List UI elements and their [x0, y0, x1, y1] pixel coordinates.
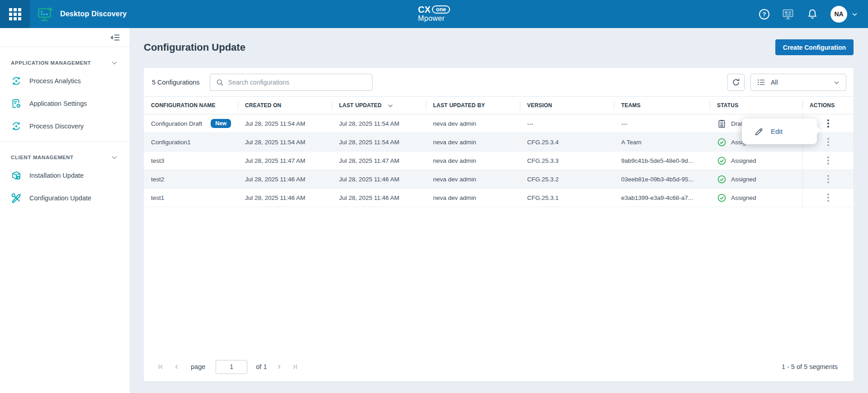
assigned-status-icon: [717, 175, 726, 184]
configurations-card: 5 Configurations: [144, 68, 854, 381]
presentation-icon[interactable]: [782, 8, 794, 20]
new-badge: New: [211, 119, 231, 128]
status-label: Assigned: [731, 194, 756, 201]
status-filter-dropdown[interactable]: All: [750, 74, 846, 91]
next-page-button[interactable]: [275, 363, 283, 370]
process-analytics-icon: [11, 76, 22, 86]
status-label: Assigned: [731, 157, 756, 164]
table-row: test1Jul 28, 2025 11:46 AMJul 28, 2025 1…: [144, 189, 854, 207]
last-updated-by-cell: neva dev admin: [426, 152, 520, 170]
created-on-cell: Jul 28, 2025 11:47 AM: [238, 152, 332, 170]
column-label: LAST UPDATED: [339, 102, 382, 109]
sidebar-item-application-settings[interactable]: Application Settings: [0, 92, 130, 115]
app-launcher-button[interactable]: [0, 0, 30, 28]
sidebar-item-label: Configuration Update: [29, 194, 91, 202]
configuration-name-cell: test2: [144, 170, 238, 188]
logo-cx-text: CX: [418, 5, 430, 14]
pagination-bar: page of 1 1 - 5 of 5 segments: [144, 357, 854, 377]
last-updated-by-cell: neva dev admin: [426, 133, 520, 151]
application-settings-icon: [11, 98, 22, 109]
user-menu[interactable]: NA: [830, 6, 858, 23]
table-toolbar: 5 Configurations: [144, 68, 854, 96]
configuration-name-cell: test1: [144, 189, 238, 207]
version-cell: CFG.25.3.2: [520, 170, 614, 188]
last-updated-by-cell: neva dev admin: [426, 170, 520, 188]
created-on-cell: Jul 28, 2025 11:46 AM: [238, 189, 332, 207]
first-page-button[interactable]: [157, 363, 165, 370]
row-actions-kebab-icon[interactable]: [824, 118, 833, 129]
chevron-down-icon: [111, 59, 118, 66]
sidebar-divider: [0, 141, 130, 142]
sidebar-section-client-management[interactable]: CLIENT MANAGEMENT: [0, 154, 130, 161]
status-cell: Assigned: [710, 152, 802, 170]
last-updated-cell: Jul 28, 2025 11:47 AM: [332, 152, 426, 170]
page-title: Configuration Update: [144, 42, 245, 53]
results-range-label: 1 - 5 of 5 segments: [782, 363, 838, 370]
filter-selected-value: All: [771, 79, 778, 86]
page-number-input[interactable]: [216, 360, 247, 374]
last-page-button[interactable]: [291, 363, 298, 370]
column-header-last-updated[interactable]: LAST UPDATED: [332, 97, 426, 114]
column-label: VERSION: [527, 102, 552, 109]
sidebar-item-label: Process Analytics: [29, 77, 81, 85]
dropdown-chevron-icon: [833, 79, 840, 86]
sidebar-item-process-analytics[interactable]: Process Analytics: [0, 70, 130, 92]
column-header-version[interactable]: VERSION: [520, 97, 614, 114]
sidebar-section-application-management[interactable]: APPLICATION MANAGEMENT: [0, 59, 130, 66]
help-icon[interactable]: ?: [759, 9, 769, 19]
configuration-update-icon: [11, 193, 22, 204]
configuration-name: Configuration Draft: [151, 120, 202, 127]
column-header-teams[interactable]: TEAMS: [614, 97, 710, 114]
create-configuration-button[interactable]: Create Configuration: [775, 39, 854, 55]
configuration-name: test3: [151, 157, 164, 164]
list-filter-icon: [757, 78, 766, 87]
teams-cell: e3ab1399-e3a9-4c68-a7...: [614, 189, 710, 207]
teams-cell: 03eeb81e-09b3-4b5d-95...: [614, 170, 710, 188]
column-header-created-on[interactable]: CREATED ON: [238, 97, 332, 114]
search-input[interactable]: [228, 79, 367, 86]
collapse-sidebar-button[interactable]: [110, 32, 121, 43]
column-label: STATUS: [717, 102, 738, 109]
table-row: test2Jul 28, 2025 11:46 AMJul 28, 2025 1…: [144, 170, 854, 189]
version-cell: CFG.25.3.4: [520, 133, 614, 151]
last-updated-cell: Jul 28, 2025 11:46 AM: [332, 170, 426, 188]
row-actions-kebab-icon[interactable]: [824, 192, 833, 204]
refresh-button[interactable]: [727, 74, 745, 91]
column-label: LAST UPDATED BY: [433, 102, 485, 109]
created-on-cell: Jul 28, 2025 11:54 AM: [238, 114, 332, 133]
column-header-last-updated-by[interactable]: LAST UPDATED BY: [426, 97, 520, 114]
actions-cell: [802, 189, 854, 207]
notifications-bell-icon[interactable]: [807, 8, 818, 20]
sidebar-item-label: Application Settings: [29, 100, 87, 107]
logo-one-bubble: one: [432, 5, 450, 14]
assigned-status-icon: [717, 193, 726, 203]
avatar: NA: [830, 6, 847, 23]
column-header-configuration-name[interactable]: CONFIGURATION NAME: [144, 97, 238, 114]
status-cell: Assigned: [710, 170, 802, 188]
sidebar-item-process-discovery[interactable]: Process Discovery: [0, 115, 130, 137]
status-cell: Assigned: [710, 189, 802, 207]
row-actions-kebab-icon[interactable]: [824, 155, 833, 166]
collapse-sidebar-icon: [110, 32, 121, 43]
edit-menu-item[interactable]: Edit: [742, 118, 817, 144]
sidebar: APPLICATION MANAGEMENT Process Analytics…: [0, 28, 130, 393]
installation-update-icon: [11, 170, 22, 181]
configuration-name-cell: test3: [144, 152, 238, 170]
draft-status-icon: [717, 119, 726, 128]
sidebar-item-installation-update[interactable]: Installation Update: [0, 164, 130, 187]
row-actions-kebab-icon[interactable]: [824, 136, 833, 148]
configuration-name: test2: [151, 176, 164, 183]
configuration-name-cell: Configuration DraftNew: [144, 114, 238, 133]
created-on-cell: Jul 28, 2025 11:46 AM: [238, 170, 332, 188]
page-label: page: [191, 363, 205, 370]
sort-descending-icon[interactable]: [387, 102, 394, 109]
column-label: CREATED ON: [245, 102, 281, 109]
column-header-status[interactable]: STATUS: [710, 97, 802, 114]
sidebar-item-configuration-update[interactable]: Configuration Update: [0, 187, 130, 209]
teams-cell: A Team: [614, 133, 710, 151]
previous-page-button[interactable]: [173, 363, 180, 370]
app-title: Desktop Discovery: [60, 10, 127, 18]
user-menu-chevron-icon: [851, 11, 858, 18]
app-grid-icon: [9, 8, 21, 20]
row-actions-kebab-icon[interactable]: [824, 173, 833, 185]
